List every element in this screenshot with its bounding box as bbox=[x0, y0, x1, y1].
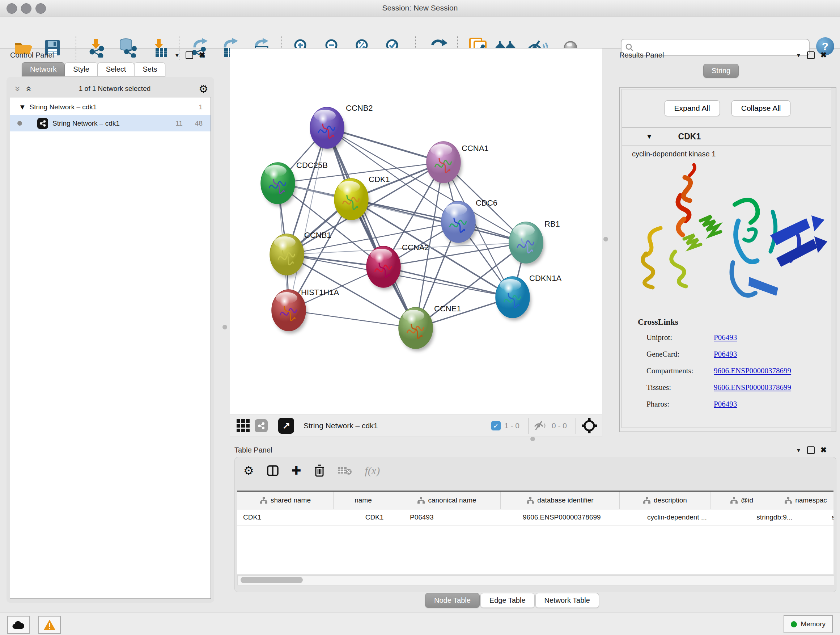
results-panel-controls: ▼ ✖ bbox=[796, 51, 827, 59]
tab-select[interactable]: Select bbox=[98, 62, 134, 76]
collapse-panel-icon[interactable]: ▼ bbox=[796, 447, 801, 453]
memory-button[interactable]: Memory bbox=[783, 615, 833, 633]
table-panel-title: Table Panel bbox=[234, 446, 272, 454]
main-toolbar: ? bbox=[0, 17, 840, 49]
float-panel-icon[interactable] bbox=[186, 51, 193, 59]
column-header-description[interactable]: description bbox=[620, 492, 711, 509]
hidden-eye-icon bbox=[534, 420, 548, 431]
collapse-panel-icon[interactable]: ▼ bbox=[796, 52, 801, 58]
close-panel-icon[interactable]: ✖ bbox=[199, 51, 205, 59]
node-table: shared namenamecanonical namedatabase id… bbox=[237, 491, 834, 574]
table-row[interactable]: CDK1CDK1P064939606.ENSP00000378699cyclin… bbox=[237, 509, 834, 526]
column-header-namespac[interactable]: namespac bbox=[773, 492, 834, 509]
netbar-separator bbox=[273, 418, 273, 434]
network-canvas[interactable]: CCNB2CCNA1CDC25BCDK1CDC6RB1CCNB1CCNA2CDK… bbox=[230, 48, 602, 415]
collection-expander-icon[interactable]: ▼ bbox=[20, 104, 25, 111]
cloud-icon bbox=[12, 620, 25, 630]
network-edge bbox=[289, 128, 327, 310]
close-panel-icon[interactable]: ✖ bbox=[821, 446, 827, 454]
table-header-row: shared namenamecanonical namedatabase id… bbox=[237, 492, 834, 509]
network-collection-row[interactable]: ▼ String Network – cdk1 1 bbox=[10, 99, 210, 115]
delete-table-icon bbox=[338, 466, 352, 476]
crosslink-row: Compartments:9606.ENSP00000378699 bbox=[622, 363, 833, 379]
collapse-all-networks-icon[interactable]: » bbox=[22, 86, 34, 91]
table-cell: CDK1 bbox=[237, 509, 339, 525]
crosslink-row: GeneCard:P06493 bbox=[622, 346, 833, 363]
import-table-button[interactable] bbox=[149, 37, 170, 58]
protein-description: cyclin-dependent kinase 1 bbox=[632, 150, 833, 158]
table-settings-gear-icon[interactable]: ⚙ bbox=[243, 464, 254, 478]
float-panel-icon[interactable] bbox=[807, 51, 815, 59]
table-panel-body: ⚙ ✚ f(x) shared namenamecanonical nameda… bbox=[234, 457, 836, 592]
tab-network-table[interactable]: Network Table bbox=[535, 593, 599, 608]
import-database-icon bbox=[117, 38, 137, 57]
birds-eye-view-button[interactable]: ↗ bbox=[278, 418, 294, 434]
float-panel-icon[interactable] bbox=[807, 447, 815, 454]
import-network-file-button[interactable] bbox=[86, 37, 107, 58]
results-panel-title: Results Panel bbox=[619, 51, 664, 59]
tab-network[interactable]: Network bbox=[22, 62, 65, 76]
column-tree-icon bbox=[784, 497, 792, 504]
control-panel-controls: ▼ ✖ bbox=[174, 51, 205, 59]
reposition-crosshair-icon[interactable] bbox=[581, 417, 598, 434]
crosslink-link[interactable]: 9606.ENSP00000378699 bbox=[714, 383, 791, 392]
show-columns-icon[interactable] bbox=[267, 465, 279, 477]
network-row-selected[interactable]: String Network – cdk1 11 48 bbox=[10, 115, 210, 131]
tab-sets[interactable]: Sets bbox=[134, 62, 165, 76]
close-panel-icon[interactable]: ✖ bbox=[821, 51, 827, 59]
protein-structure-image bbox=[626, 161, 829, 310]
selected-checkbox-icon[interactable]: ✓ bbox=[491, 421, 501, 431]
string-view-icon[interactable] bbox=[255, 419, 268, 432]
expand-all-button[interactable]: Expand All bbox=[665, 100, 720, 116]
table-horizontal-scrollbar[interactable] bbox=[237, 575, 834, 585]
right-splitter-handle[interactable] bbox=[603, 237, 608, 241]
netbar-separator bbox=[576, 418, 576, 434]
column-header-database-identifier[interactable]: database identifier bbox=[501, 492, 620, 509]
column-tree-icon bbox=[643, 497, 651, 504]
column-header--id[interactable]: @id bbox=[711, 492, 773, 509]
memory-label: Memory bbox=[801, 620, 826, 628]
crosslink-link[interactable]: P06493 bbox=[714, 400, 737, 409]
import-network-database-button[interactable] bbox=[117, 37, 137, 58]
protein-expander-icon[interactable]: ▼ bbox=[647, 133, 652, 140]
search-input[interactable] bbox=[637, 43, 805, 52]
table-cell: cyclin-dependent ... bbox=[641, 509, 737, 525]
protein-card-header[interactable]: ▼ CDK1 bbox=[622, 128, 833, 146]
column-header-name[interactable]: name bbox=[333, 492, 393, 509]
tab-edge-table[interactable]: Edge Table bbox=[480, 593, 535, 608]
toolbar-separator bbox=[76, 36, 76, 60]
collapse-all-button[interactable]: Collapse All bbox=[731, 100, 791, 116]
current-network-name: String Network – cdk1 bbox=[303, 421, 481, 430]
string-network-badge bbox=[37, 118, 48, 129]
add-column-icon[interactable]: ✚ bbox=[292, 464, 302, 478]
expand-all-networks-icon[interactable]: » bbox=[12, 86, 24, 91]
delete-column-icon[interactable] bbox=[314, 464, 325, 477]
string-results-container: Expand All Collapse All ▼ CDK1 cyclin-de… bbox=[619, 87, 836, 432]
crosslink-link[interactable]: P06493 bbox=[714, 350, 737, 359]
tab-style[interactable]: Style bbox=[65, 62, 97, 76]
collapse-panel-icon[interactable]: ▼ bbox=[174, 52, 180, 58]
network-edge bbox=[327, 128, 416, 328]
network-edge bbox=[384, 267, 513, 297]
horizontal-splitter-handle[interactable] bbox=[531, 437, 535, 441]
column-header-canonical-name[interactable]: canonical name bbox=[393, 492, 501, 509]
network-options-gear-icon[interactable]: ⚙ bbox=[199, 82, 208, 95]
scrollbar-thumb[interactable] bbox=[240, 577, 303, 583]
network-edge bbox=[289, 310, 416, 328]
tab-string[interactable]: String bbox=[703, 64, 739, 78]
tab-node-table[interactable]: Node Table bbox=[425, 593, 480, 608]
warning-icon bbox=[43, 619, 56, 630]
crosslink-row: Tissues:9606.ENSP00000378699 bbox=[622, 379, 833, 396]
grid-view-icon[interactable] bbox=[237, 419, 249, 432]
column-header-shared-name[interactable]: shared name bbox=[237, 492, 333, 509]
table-panel-controls: ▼ ✖ bbox=[796, 446, 827, 454]
network-view-toolbar: ↗ String Network – cdk1 ✓ 1 - 0 0 - 0 bbox=[230, 415, 602, 437]
results-scrollbar[interactable] bbox=[831, 88, 836, 432]
crosslink-link[interactable]: 9606.ENSP00000378699 bbox=[714, 366, 791, 375]
crosslink-link[interactable]: P06493 bbox=[714, 333, 737, 342]
cloud-button[interactable] bbox=[7, 616, 30, 634]
warnings-button[interactable] bbox=[38, 616, 61, 634]
network-list-toolbar: » » 1 of 1 Network selected ⚙ bbox=[10, 81, 210, 96]
crosslink-label: Pharos: bbox=[646, 400, 714, 409]
left-splitter-handle[interactable] bbox=[223, 325, 227, 329]
